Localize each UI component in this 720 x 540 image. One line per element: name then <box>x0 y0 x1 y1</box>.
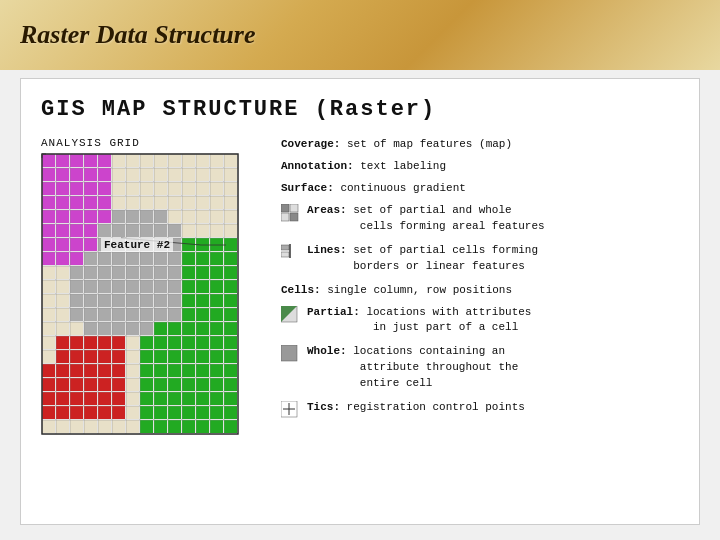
content-area: ANALYSIS GRID Feature #2 Coverage: set o… <box>41 137 679 499</box>
desc-surface: Surface: continuous gradient <box>281 181 679 197</box>
desc-cells: Cells: single column, row positions <box>281 283 679 299</box>
desc-tics: Tics: registration control points <box>281 400 679 424</box>
map-structure-title: GIS MAP STRUCTURE (Raster) <box>41 97 679 122</box>
whole-text: Whole: locations containing an attribute… <box>307 344 679 392</box>
areas-icon <box>281 204 303 229</box>
main-content-box: GIS MAP STRUCTURE (Raster) ANALYSIS GRID… <box>20 78 700 525</box>
surface-text: Surface: continuous gradient <box>281 181 679 197</box>
svg-rect-9 <box>281 345 297 361</box>
svg-rect-0 <box>281 204 289 212</box>
annotation-text: Annotation: text labeling <box>281 159 679 175</box>
svg-rect-4 <box>281 245 289 250</box>
lines-text: Lines: set of partial cells forming bord… <box>307 243 679 275</box>
areas-svg-icon <box>281 204 301 224</box>
partial-text: Partial: locations with attributes in ju… <box>307 305 679 337</box>
grid-canvas <box>41 153 246 448</box>
tics-icon <box>281 401 303 424</box>
areas-text: Areas: set of partial and whole cells fo… <box>307 203 679 235</box>
partial-svg-icon <box>281 306 299 324</box>
grid-container: Feature #2 <box>41 153 241 443</box>
whole-icon-container <box>281 345 303 368</box>
desc-partial: Partial: locations with attributes in ju… <box>281 305 679 337</box>
page-title: Raster Data Structure <box>20 20 256 50</box>
feature-label: Feature #2 <box>101 238 173 252</box>
whole-svg-icon <box>281 345 299 363</box>
svg-rect-5 <box>281 252 289 257</box>
desc-lines: Lines: set of partial cells forming bord… <box>281 243 679 275</box>
lines-icon <box>281 244 303 269</box>
desc-whole: Whole: locations containing an attribute… <box>281 344 679 392</box>
svg-rect-1 <box>290 204 298 212</box>
tics-svg-icon <box>281 401 299 419</box>
grid-area: ANALYSIS GRID Feature #2 <box>41 137 261 499</box>
svg-rect-3 <box>290 213 298 221</box>
descriptions-area: Coverage: set of map features (map) Anno… <box>281 137 679 499</box>
lines-svg-icon <box>281 244 301 264</box>
coverage-text: Coverage: set of map features (map) <box>281 137 679 153</box>
cells-text: Cells: single column, row positions <box>281 283 679 299</box>
desc-areas: Areas: set of partial and whole cells fo… <box>281 203 679 235</box>
tics-text: Tics: registration control points <box>307 400 679 416</box>
analysis-grid-label: ANALYSIS GRID <box>41 137 261 149</box>
header-banner: Raster Data Structure <box>0 0 720 70</box>
partial-icon <box>281 306 303 329</box>
svg-rect-2 <box>281 213 289 221</box>
desc-coverage: Coverage: set of map features (map) <box>281 137 679 153</box>
desc-annotation: Annotation: text labeling <box>281 159 679 175</box>
